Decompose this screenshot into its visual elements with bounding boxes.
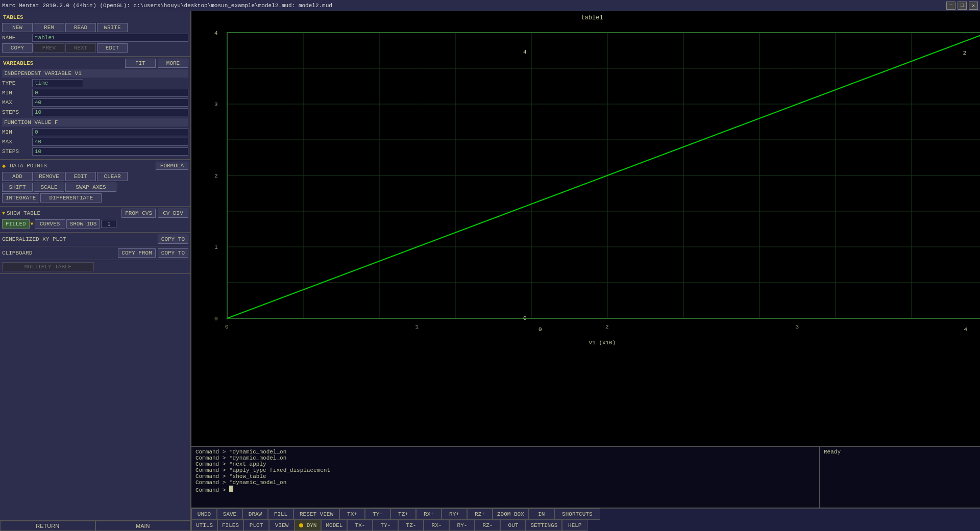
curves-button[interactable]: CURVES xyxy=(35,219,65,229)
write-button[interactable]: WRITE xyxy=(97,23,128,32)
console-line-5: Command > *show_table xyxy=(195,473,815,479)
maximize-button[interactable]: □ xyxy=(958,2,967,10)
utils-button[interactable]: UTILS xyxy=(191,520,217,531)
undo-button[interactable]: UNDO xyxy=(191,509,217,520)
tz-minus-button[interactable]: TZ- xyxy=(398,520,424,531)
show-table-row2: FILLED ▼ CURVES SHOW IDS xyxy=(2,219,188,229)
return-button[interactable]: RETURN xyxy=(0,521,95,531)
close-button[interactable]: ✕ xyxy=(969,2,978,10)
type-input[interactable] xyxy=(32,79,83,87)
draw-button[interactable]: DRAW xyxy=(242,509,268,520)
titlebar: Marc Mentat 2010.2.0 (64bit) (OpenGL): c… xyxy=(0,0,980,11)
data-points-header: ◆ DATA POINTS FORMULA xyxy=(2,162,188,170)
function-value-title: FUNCTION VALUE F xyxy=(2,118,188,127)
out-button[interactable]: OUT xyxy=(500,520,526,531)
curves-indicator: ▼ CURVES xyxy=(31,219,65,229)
steps-label: STEPS xyxy=(2,109,30,115)
add-button[interactable]: ADD xyxy=(2,172,33,181)
help-button[interactable]: HELP xyxy=(562,520,587,531)
show-ids-value[interactable] xyxy=(101,220,116,228)
curves-triangle-icon: ▼ xyxy=(31,221,34,227)
integrate-button[interactable]: INTEGRATE xyxy=(2,193,39,203)
ry-plus-button[interactable]: RY+ xyxy=(442,509,467,520)
x-max-label: 4 xyxy=(964,326,967,333)
clipboard-copy-to-button[interactable]: COPY TO xyxy=(158,248,188,258)
rx-plus-button[interactable]: RX+ xyxy=(416,509,442,520)
console-line-4: Command > *apply_type fixed_displacement xyxy=(195,467,815,473)
f-steps-input[interactable] xyxy=(32,147,188,156)
rz-plus-button[interactable]: RZ+ xyxy=(467,509,493,520)
variables-title: VARIABLES xyxy=(2,59,34,67)
max-row: MAX xyxy=(2,98,188,107)
in-button[interactable]: IN xyxy=(529,509,554,520)
save-button[interactable]: SAVE xyxy=(217,509,242,520)
f-max-input[interactable] xyxy=(32,138,188,146)
dyn-button[interactable]: DYN xyxy=(295,520,321,531)
data-points-section: ◆ DATA POINTS FORMULA ADD REMOVE EDIT CL… xyxy=(0,160,190,207)
swap-axes-button[interactable]: SWAP AXES xyxy=(65,183,116,192)
plot-button[interactable]: PLOT xyxy=(243,520,269,531)
copy-from-button[interactable]: COPY FROM xyxy=(118,248,155,258)
remove-button[interactable]: REMOVE xyxy=(34,172,64,181)
copy-row: COPY PREV NEXT EDIT xyxy=(2,43,188,53)
ry-minus-button[interactable]: RY- xyxy=(449,520,475,531)
name-input[interactable] xyxy=(32,34,188,42)
ty-minus-button[interactable]: TY- xyxy=(373,520,398,531)
main-button[interactable]: MAIN xyxy=(95,521,191,531)
name-label: NAME xyxy=(2,35,30,41)
dp-edit-button[interactable]: EDIT xyxy=(65,172,96,181)
titlebar-title: Marc Mentat 2010.2.0 (64bit) (OpenGL): c… xyxy=(2,3,332,9)
files-button[interactable]: FILES xyxy=(217,520,243,531)
formula-button[interactable]: FORMULA xyxy=(156,162,188,170)
min-input[interactable] xyxy=(32,89,188,97)
shortcuts-button[interactable]: SHORTCUTS xyxy=(554,509,600,520)
console-line-6: Command > *dynamic_model_on xyxy=(195,479,815,486)
rz-minus-button[interactable]: RZ- xyxy=(475,520,500,531)
console-area: Command > *dynamic_model_on Command > *d… xyxy=(191,446,980,508)
rem-button[interactable]: REM xyxy=(34,23,64,32)
status-text: Ready xyxy=(824,449,841,455)
reset-view-button[interactable]: RESET VIEW xyxy=(293,509,339,520)
steps-input[interactable] xyxy=(32,108,188,116)
model-button[interactable]: MODEL xyxy=(321,520,347,531)
gxy-copy-to-button[interactable]: COPY TO xyxy=(158,235,188,244)
edit-button[interactable]: EDIT xyxy=(97,43,128,53)
view-button[interactable]: VIEW xyxy=(269,520,295,531)
f-min-input[interactable] xyxy=(32,128,188,136)
fill-button[interactable]: FILL xyxy=(268,509,293,520)
x-min-label: 0 xyxy=(538,326,542,333)
shift-button[interactable]: SHIFT xyxy=(2,183,33,192)
show-ids-button[interactable]: SHOW IDS xyxy=(66,219,101,229)
settings-button[interactable]: SETTINGS xyxy=(526,520,562,531)
cv-div-button[interactable]: CV DIV xyxy=(158,209,188,218)
new-button[interactable]: NEW xyxy=(2,23,33,32)
tz-plus-button[interactable]: TZ+ xyxy=(390,509,416,520)
top-right-value: 2 xyxy=(963,50,966,56)
tx-minus-button[interactable]: TX- xyxy=(347,520,373,531)
f-steps-label: STEPS xyxy=(2,148,30,155)
ty-plus-button[interactable]: TY+ xyxy=(365,509,390,520)
fit-button[interactable]: FIT xyxy=(125,59,156,68)
differentiate-button[interactable]: DIFFERENTIATE xyxy=(40,193,102,203)
y-min-label: 0 xyxy=(523,315,527,321)
f-min-label: MIN xyxy=(2,129,30,135)
read-button[interactable]: READ xyxy=(65,23,96,32)
independent-variable-title: INDEPENDENT VARIABLE V1 xyxy=(2,69,188,78)
minimize-button[interactable]: − xyxy=(946,2,955,10)
diamond-icon: ◆ xyxy=(2,162,6,170)
max-input[interactable] xyxy=(32,98,188,107)
tx-plus-button[interactable]: TX+ xyxy=(339,509,365,520)
filled-indicator[interactable]: FILLED xyxy=(2,219,30,229)
copy-button[interactable]: COPY xyxy=(2,43,33,53)
show-table-section: ▼ SHOW TABLE FROM CVS CV DIV FILLED ▼ CU… xyxy=(0,207,190,233)
dyn-indicator-dot xyxy=(299,523,303,527)
clear-button[interactable]: CLEAR xyxy=(97,172,128,181)
rx-minus-button[interactable]: RX- xyxy=(424,520,449,531)
scale-button[interactable]: SCALE xyxy=(34,183,64,192)
more-button[interactable]: MORE xyxy=(158,59,188,68)
console-line-3: Command > *next_apply xyxy=(195,461,815,467)
spacer xyxy=(0,274,190,520)
zoom-box-button[interactable]: ZOOM BOX xyxy=(493,509,529,520)
return-main-row: RETURN MAIN xyxy=(0,520,190,531)
from-cvs-button[interactable]: FROM CVS xyxy=(121,209,156,218)
